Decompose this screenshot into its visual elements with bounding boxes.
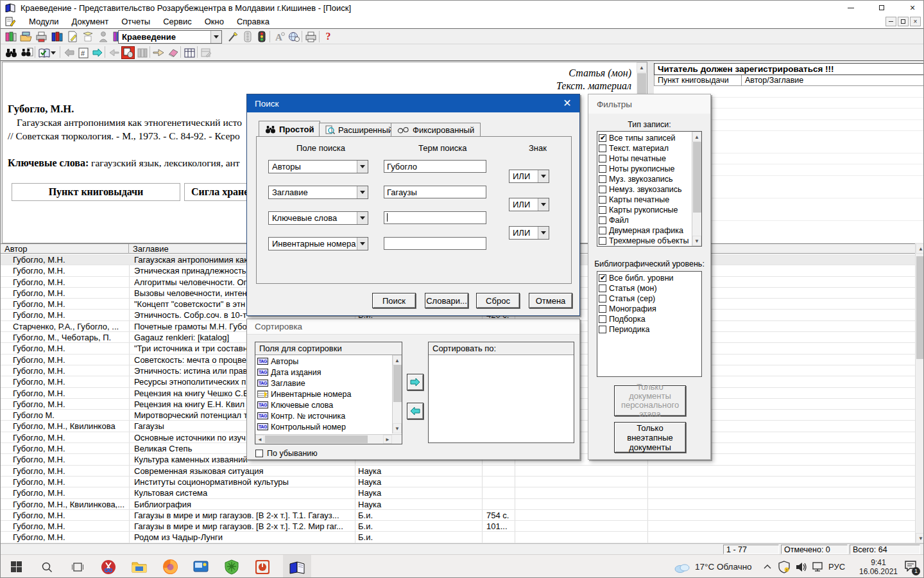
- sort-field-item[interactable]: TAGКлючевые слова: [255, 399, 402, 410]
- prev-record-icon[interactable]: [62, 46, 76, 59]
- filter-checkbox[interactable]: [599, 216, 606, 224]
- register-books-icon[interactable]: [4, 30, 17, 43]
- filter-checkbox[interactable]: [599, 274, 606, 282]
- filter-option[interactable]: Периодика: [597, 324, 701, 335]
- tab-simple[interactable]: Простой: [259, 121, 320, 137]
- start-button[interactable]: [2, 555, 30, 578]
- remove-sort-field-button[interactable]: [407, 403, 424, 419]
- filter-checkbox[interactable]: [599, 295, 606, 302]
- result-row[interactable]: Губогло, М.Н. Родом из Чадыр-Лунги Б.и.: [1, 532, 915, 543]
- record-type-scrollbar[interactable]: ▲ ▼: [692, 132, 701, 246]
- antivirus-icon[interactable]: [218, 555, 246, 578]
- only-personal-stage-button[interactable]: Только документы персонального этапа: [614, 385, 686, 416]
- sort-field-item[interactable]: TAGКонтр. № источника: [255, 410, 402, 421]
- database-selector-dropdown-icon[interactable]: [210, 31, 221, 43]
- descending-checkbox-row[interactable]: По убыванию: [255, 449, 318, 458]
- next-record-icon[interactable]: [90, 46, 104, 59]
- edit-note-icon[interactable]: [81, 30, 94, 43]
- table-edit-gray-icon[interactable]: [200, 46, 213, 59]
- close-button[interactable]: ×: [903, 1, 922, 15]
- menu-item[interactable]: Модули: [22, 15, 65, 28]
- language-indicator[interactable]: РУС: [828, 555, 845, 578]
- task-view-icon[interactable]: [64, 555, 92, 578]
- database-selector[interactable]: Краеведение: [118, 30, 222, 44]
- dropdown-icon[interactable]: [357, 186, 368, 198]
- search-term-input[interactable]: [384, 160, 486, 173]
- result-row[interactable]: Губогло, М.Н. Гагаузы в мире и мир гагау…: [1, 510, 915, 521]
- minimize-button[interactable]: [841, 1, 860, 15]
- filter-checkbox[interactable]: [599, 155, 606, 162]
- search-binoculars-icon[interactable]: [4, 46, 18, 59]
- filter-option[interactable]: Монография: [597, 304, 701, 314]
- taskbar-search-icon[interactable]: [33, 555, 61, 578]
- filter-checkbox[interactable]: [599, 206, 606, 214]
- volume-icon[interactable]: [795, 555, 808, 578]
- search-term-input[interactable]: [384, 186, 486, 198]
- result-row[interactable]: Губогло, М.Н. Современная языковая ситуа…: [1, 466, 915, 477]
- mdi-restore-icon[interactable]: [898, 17, 909, 26]
- clock[interactable]: 9:4116.06.2021: [851, 555, 905, 578]
- search-results-icon[interactable]: [20, 46, 33, 59]
- menu-item[interactable]: Документ: [65, 15, 116, 28]
- result-row[interactable]: Губогло, М.Н., Квилинкова,... Библиограф…: [1, 499, 915, 510]
- weather-widget[interactable]: 17°C Облачно: [673, 555, 752, 578]
- operator-select[interactable]: ИЛИ: [509, 170, 549, 183]
- filter-option[interactable]: Файл: [597, 215, 701, 225]
- filter-checkbox[interactable]: [599, 175, 606, 183]
- filter-option[interactable]: Немуз. звукозапись: [597, 184, 701, 195]
- export-record-icon[interactable]: [65, 30, 79, 43]
- filter-option[interactable]: Карты рукописные: [597, 205, 701, 215]
- mark-record-icon[interactable]: [37, 46, 51, 59]
- sort-field-item[interactable]: TAGЗаглавие: [255, 378, 402, 389]
- books-stack-icon[interactable]: [50, 30, 64, 43]
- filter-checkbox[interactable]: [599, 305, 606, 313]
- table-view-icon[interactable]: [183, 46, 196, 59]
- mark-dropdown-icon[interactable]: [49, 46, 57, 59]
- menu-item[interactable]: Отчеты: [115, 15, 157, 28]
- send-to-icon[interactable]: [152, 46, 166, 59]
- dropdown-icon[interactable]: [357, 238, 368, 250]
- menu-item[interactable]: Справка: [230, 15, 276, 28]
- books-gray-icon[interactable]: [135, 46, 149, 59]
- operator-select[interactable]: ИЛИ: [509, 198, 549, 211]
- filter-checkbox[interactable]: [599, 165, 606, 173]
- scroll-up-icon[interactable]: ▲: [637, 62, 647, 73]
- filter-option[interactable]: Статья (сер): [597, 293, 701, 304]
- filter-checkbox[interactable]: [599, 237, 606, 245]
- traffic-light-icon[interactable]: [255, 30, 268, 43]
- dialog-close-icon[interactable]: ✕: [561, 98, 573, 109]
- filter-option[interactable]: Муз. звукозапись: [597, 174, 701, 184]
- filter-option[interactable]: Ноты печатные: [597, 153, 701, 164]
- remote-app-icon[interactable]: [187, 555, 215, 578]
- scroll-down-icon[interactable]: ▼: [916, 533, 924, 543]
- sort-field-item[interactable]: TAGДата издания: [255, 367, 402, 378]
- traffic-light-gray-icon[interactable]: [241, 30, 254, 43]
- tab-advanced[interactable]: Расширенный: [319, 123, 399, 137]
- sort-field-item[interactable]: Инвентарные номера: [255, 389, 402, 399]
- filter-checkbox[interactable]: [599, 144, 606, 152]
- filter-option[interactable]: Статья (мон): [597, 283, 701, 293]
- cancel-button[interactable]: Отмена: [529, 293, 572, 308]
- select-gray-icon[interactable]: [107, 46, 121, 59]
- network-icon[interactable]: [812, 555, 825, 578]
- dropdown-icon[interactable]: [538, 227, 549, 239]
- search-field-select[interactable]: Инвентарные номера: [268, 237, 368, 250]
- filter-checkbox[interactable]: [599, 227, 606, 234]
- font-settings-icon[interactable]: A: [273, 30, 286, 43]
- filter-option[interactable]: Трехмерные объекты: [597, 236, 701, 246]
- descending-checkbox[interactable]: [255, 450, 263, 457]
- mdi-close-icon[interactable]: ×: [910, 17, 921, 26]
- current-record-icon[interactable]: [121, 46, 135, 59]
- result-row[interactable]: Губогло, М.Н. Гагаузы в мире и мир гагау…: [1, 521, 915, 532]
- sort-fields-vscroll[interactable]: ▲ ▼: [392, 355, 402, 434]
- security-shield-icon[interactable]: !: [778, 555, 790, 578]
- sort-field-item[interactable]: TAGКонтрольный номер: [255, 421, 402, 432]
- dropdown-icon[interactable]: [538, 198, 549, 211]
- open-catalog-icon[interactable]: [19, 30, 33, 43]
- result-row[interactable]: Губогло, М.Н. Культовая система Наука: [1, 487, 915, 498]
- notification-center-icon[interactable]: 1: [904, 555, 917, 578]
- globe-help-icon[interactable]: [287, 30, 300, 43]
- column-header-author[interactable]: Автор: [1, 244, 129, 254]
- search-field-select[interactable]: Ключевые слова: [268, 211, 368, 225]
- scroll-up-icon[interactable]: ▲: [393, 355, 402, 365]
